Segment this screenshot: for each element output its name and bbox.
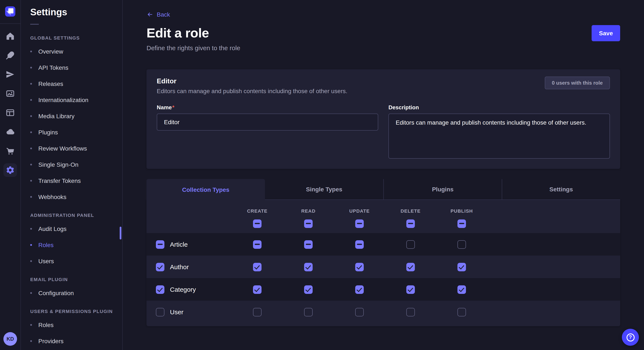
media-library-icon[interactable]: [4, 87, 17, 100]
permissions-tab-bar: Collection TypesSingle TypesPluginsSetti…: [146, 179, 620, 200]
main-content: Back Edit a role Save Define the rights …: [123, 0, 644, 350]
sidebar-item-audit-logs[interactable]: Audit Logs: [30, 224, 116, 234]
author-create-checkbox[interactable]: [253, 263, 262, 271]
checkbox-cell: [232, 285, 283, 294]
avatar[interactable]: KD: [4, 332, 17, 346]
author-delete-checkbox[interactable]: [406, 263, 415, 271]
category-read-checkbox[interactable]: [304, 285, 313, 294]
sidebar-item-roles[interactable]: Roles: [30, 240, 116, 250]
tab-plugins[interactable]: Plugins: [383, 179, 502, 200]
article-delete-checkbox[interactable]: [406, 240, 415, 249]
permission-row-user: User: [146, 301, 620, 323]
category-create-checkbox[interactable]: [253, 285, 262, 294]
role-description-text: Editors can manage and publish contents …: [157, 88, 610, 94]
back-link[interactable]: Back: [146, 11, 170, 18]
permissions-select-all-row: [146, 214, 620, 233]
sidebar-item-users[interactable]: Users: [30, 256, 116, 266]
author-update-checkbox[interactable]: [355, 263, 364, 271]
category-update-checkbox[interactable]: [355, 285, 364, 294]
gear-icon[interactable]: [4, 163, 17, 177]
back-arrow-icon: [146, 11, 153, 18]
name-input[interactable]: [157, 114, 378, 131]
author-publish-checkbox[interactable]: [458, 263, 466, 271]
sidebar-item-webhooks[interactable]: Webhooks: [30, 192, 116, 202]
strapi-logo[interactable]: [5, 6, 15, 16]
sidebar-item-transfer-tokens[interactable]: Transfer Tokens: [30, 176, 116, 186]
select-all-create-checkbox[interactable]: [253, 219, 262, 228]
column-header-create: CREATE: [232, 208, 283, 213]
checkbox-cell: [334, 308, 385, 316]
article-publish-checkbox[interactable]: [458, 240, 466, 249]
description-textarea[interactable]: Editors can manage and publish contents …: [388, 114, 610, 159]
tab-settings[interactable]: Settings: [502, 179, 620, 200]
tab-collection-types[interactable]: Collection Types: [146, 179, 265, 200]
checkbox-cell: [283, 240, 334, 249]
tab-single-types[interactable]: Single Types: [265, 179, 383, 200]
sidebar-item-releases[interactable]: Releases: [30, 79, 116, 89]
select-all-update-checkbox[interactable]: [355, 219, 364, 228]
row-toggle-category[interactable]: Category: [146, 285, 232, 294]
user-read-checkbox[interactable]: [304, 308, 313, 316]
sidebar-item-overview[interactable]: Overview: [30, 46, 116, 57]
sidebar-section-label: ADMINISTRATION PANEL: [30, 213, 116, 218]
sidebar-item-single-sign-on[interactable]: Single Sign-On: [30, 160, 116, 170]
user-publish-checkbox[interactable]: [458, 308, 466, 316]
checkbox-cell: [385, 263, 436, 271]
content-manager-icon[interactable]: [4, 106, 17, 120]
checkbox-cell: [283, 308, 334, 316]
sidebar-title: Settings: [30, 7, 116, 18]
sidebar-scrollbar-thumb[interactable]: [120, 227, 122, 239]
sidebar-section-label: GLOBAL SETTINGS: [30, 35, 116, 40]
sidebar-item-internationalization[interactable]: Internationalization: [30, 95, 116, 105]
article-update-checkbox[interactable]: [355, 240, 364, 249]
sidebar-item-providers[interactable]: Providers: [30, 336, 116, 346]
sidebar-item-roles[interactable]: Roles: [30, 320, 116, 330]
row-toggle-user[interactable]: User: [146, 308, 232, 316]
name-label: Name*: [157, 104, 174, 111]
role-details-card: Editor Editors can manage and publish co…: [146, 69, 620, 169]
sidebar-item-review-workflows[interactable]: Review Workflows: [30, 143, 116, 154]
article-row-checkbox[interactable]: [156, 240, 164, 249]
sidebar-item-media-library[interactable]: Media Library: [30, 111, 116, 121]
category-row-checkbox[interactable]: [156, 285, 164, 294]
name-field-group: Name*: [157, 103, 378, 159]
user-row-checkbox[interactable]: [156, 308, 164, 316]
column-header-delete: DELETE: [385, 208, 436, 213]
user-update-checkbox[interactable]: [355, 308, 364, 316]
cloud-icon[interactable]: [4, 125, 17, 139]
sidebar-item-api-tokens[interactable]: API Tokens: [30, 62, 116, 73]
page-subtitle: Define the rights given to the role: [146, 44, 620, 51]
back-label: Back: [157, 11, 170, 18]
checkbox-cell: [436, 219, 487, 228]
sidebar-item-plugins[interactable]: Plugins: [30, 127, 116, 137]
select-all-publish-checkbox[interactable]: [458, 219, 466, 228]
role-name-heading: Editor: [157, 77, 610, 85]
article-read-checkbox[interactable]: [304, 240, 313, 249]
sidebar-sections: GLOBAL SETTINGSOverviewAPI TokensRelease…: [30, 35, 116, 346]
permission-row-article: Article: [146, 233, 620, 256]
select-all-delete-checkbox[interactable]: [406, 219, 415, 228]
user-create-checkbox[interactable]: [253, 308, 262, 316]
settings-sidebar: Settings GLOBAL SETTINGSOverviewAPI Toke…: [21, 0, 123, 350]
permission-row-author: Author: [146, 256, 620, 278]
home-icon[interactable]: [4, 29, 17, 43]
select-all-read-checkbox[interactable]: [304, 219, 313, 228]
column-header-update: UPDATE: [334, 208, 385, 213]
row-toggle-author[interactable]: Author: [146, 263, 232, 271]
author-read-checkbox[interactable]: [304, 263, 313, 271]
save-button[interactable]: Save: [592, 25, 620, 41]
article-create-checkbox[interactable]: [253, 240, 262, 249]
cart-icon[interactable]: [4, 144, 17, 158]
row-toggle-article[interactable]: Article: [146, 240, 232, 249]
category-delete-checkbox[interactable]: [406, 285, 415, 294]
sidebar-item-configuration[interactable]: Configuration: [30, 288, 116, 298]
author-row-checkbox[interactable]: [156, 263, 164, 271]
user-delete-checkbox[interactable]: [406, 308, 415, 316]
required-asterisk: *: [172, 104, 174, 111]
category-publish-checkbox[interactable]: [458, 285, 466, 294]
feather-icon[interactable]: [4, 48, 17, 62]
help-button[interactable]: ?: [622, 329, 639, 346]
paper-plane-icon[interactable]: [4, 68, 17, 81]
rail-divider: [0, 23, 20, 24]
sidebar-section-label: USERS & PERMISSIONS PLUGIN: [30, 309, 116, 314]
